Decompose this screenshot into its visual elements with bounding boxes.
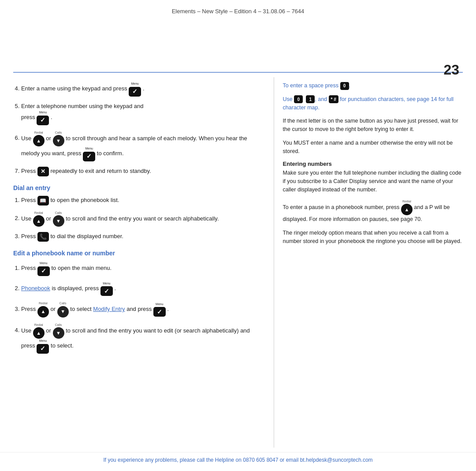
x-icon: ✕ (37, 167, 49, 176)
down-icon2: ▼ (53, 215, 64, 227)
menu-check-key4: Menu ✓ (37, 261, 50, 276)
up-key4: Redial ▲ (33, 323, 45, 339)
note6: To enter a pause in a phonebook number, … (283, 199, 463, 224)
dial-steps: Press 📖 to open the phonebook list. Use … (13, 196, 265, 242)
up-key-right: Redial ▲ (401, 199, 413, 216)
note7: The ringer melody option means that when… (283, 229, 463, 246)
page-number: 23 (443, 62, 459, 78)
note3: If the next letter is on the same button… (283, 117, 463, 134)
book-icon: 📖 (37, 196, 49, 206)
page-header: Elements – New Style – Edition 4 – 31.08… (0, 0, 476, 19)
menu-check-icon5: ✓ (100, 286, 113, 296)
steps-top: Enter a name using the keypad and press … (13, 82, 265, 176)
menu-check-icon3: ✓ (83, 152, 95, 161)
list-item: Use Redial ▲ or Calls ▼ to scroll and fi… (21, 211, 265, 227)
modify-entry-underline: Modify Entry (93, 306, 125, 312)
phonebook-underline: Phonebook (21, 285, 50, 292)
footer-text: If you experience any problems, please c… (103, 457, 372, 463)
list-item: Press ✕ repeatedly to exit and return to… (21, 167, 265, 176)
phone-icon: 📞 (37, 232, 49, 242)
menu-check-icon6: ✓ (153, 307, 166, 317)
down-key-wrapper: Calls ▼ (53, 131, 64, 147)
up-icon: ▲ (33, 135, 45, 146)
list-item: Use Redial ▲ or Calls ▼ to scroll throug… (21, 131, 265, 161)
badge-0: 0 (340, 82, 349, 90)
list-item: Press 📖 to open the phonebook list. (21, 196, 265, 206)
up-icon4: ▲ (33, 327, 45, 339)
content-area: Enter a name using the keypad and press … (13, 73, 463, 448)
menu-check-key-wrapper3: Menu ✓ (83, 146, 95, 161)
up-key-wrapper: Redial ▲ (33, 131, 45, 147)
up-icon2: ▲ (33, 215, 45, 227)
right-column: To enter a space press 0. Use 0 1, and *… (274, 77, 463, 448)
note1: To enter a space press 0. (283, 82, 463, 90)
down-icon: ▼ (53, 135, 64, 146)
note4: You MUST enter a name and a number other… (283, 139, 463, 156)
section-edit-heading: Edit a phonebook name or number (13, 250, 265, 257)
up-icon3: ▲ (37, 306, 49, 318)
down-icon4: ▼ (53, 327, 64, 339)
entering-numbers-heading: Entering numbers (283, 161, 463, 167)
step4-text: Enter a name using the keypad and press (21, 85, 129, 92)
list-item: Press 📞 to dial the displayed number. (21, 232, 265, 242)
down-key2: Calls ▼ (53, 211, 64, 227)
menu-check-key5: Menu ✓ (100, 281, 113, 296)
left-column: Enter a name using the keypad and press … (13, 77, 274, 448)
menu-check-icon7: ✓ (37, 344, 49, 354)
edit-steps: Press Menu ✓ to open the main menu. Phon… (13, 261, 265, 354)
menu-check-key7: Menu ✓ (37, 339, 49, 354)
section-dial-heading: Dial an entry (13, 184, 265, 191)
menu-check-key-wrapper: Menu ✓ (129, 82, 141, 97)
badge-star: * # (329, 95, 338, 103)
list-item: Press Menu ✓ to open the main menu. (21, 261, 265, 276)
menu-check-key6: Menu ✓ (153, 302, 166, 317)
up-icon-right: ▲ (401, 204, 413, 215)
list-item: Enter a telephone number using the keypa… (21, 102, 265, 125)
note2: Use 0 1, and * # for punctuation charact… (283, 95, 463, 112)
badge-1: 1 (306, 95, 315, 103)
menu-check-key-wrapper2: Menu ✓ (37, 110, 49, 125)
menu-check-icon2: ✓ (37, 116, 49, 125)
list-item: Use Redial ▲ or Calls ▼ to scroll and fi… (21, 323, 265, 354)
up-key2: Redial ▲ (33, 211, 45, 227)
down-key4: Calls ▼ (53, 323, 64, 339)
note5: Make sure you enter the full telephone n… (283, 169, 463, 194)
up-key3: Redial ▲ (37, 301, 49, 318)
menu-check-icon4: ✓ (37, 266, 50, 276)
menu-check-icon: ✓ (129, 87, 141, 97)
list-item: Phonebook is displayed, press Menu ✓ . (21, 281, 265, 296)
footer: If you experience any problems, please c… (0, 452, 476, 469)
badge-0b: 0 (294, 95, 303, 103)
list-item: Press Redial ▲ or Calls ▼ to select Modi… (21, 301, 265, 318)
down-key3: Calls ▼ (57, 301, 69, 318)
list-item: Enter a name using the keypad and press … (21, 82, 265, 97)
down-icon3: ▼ (57, 306, 69, 318)
